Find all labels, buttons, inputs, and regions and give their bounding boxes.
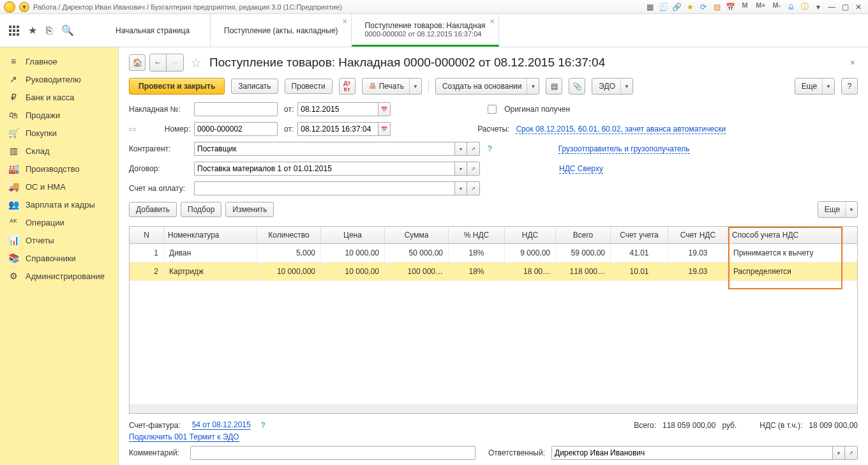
maximize-icon[interactable]: ▢: [839, 1, 851, 13]
sf-help-icon[interactable]: ?: [261, 421, 266, 430]
nav-forward-button[interactable]: →: [167, 54, 183, 71]
write-button[interactable]: Записать: [231, 79, 278, 94]
home-button[interactable]: 🏠: [129, 54, 146, 71]
col-n[interactable]: N: [130, 227, 164, 243]
dropdown-icon[interactable]: ▾: [454, 162, 467, 176]
search-icon[interactable]: 🔍: [61, 24, 74, 36]
table-more-button[interactable]: Еще▼: [818, 201, 858, 218]
sf-link[interactable]: 54 от 08.12.2015: [192, 420, 251, 430]
sidebar-item[interactable]: 👥Зарплата и кадры: [0, 195, 118, 213]
open-icon[interactable]: ↗: [845, 446, 858, 460]
responsible-input[interactable]: [551, 446, 832, 460]
report-icon[interactable]: ▤: [546, 78, 562, 95]
toolbar-icon[interactable]: 🔗: [671, 1, 682, 13]
table-body[interactable]: 1Диван5,00010 000,0050 000,0018%9 000,00…: [130, 244, 857, 404]
calculator-icon[interactable]: ▤: [711, 1, 722, 13]
datetime-input[interactable]: [297, 122, 378, 136]
sidebar-item[interactable]: 📊Отчеты: [0, 231, 118, 249]
counterparty-input[interactable]: [194, 142, 454, 156]
memory-mm[interactable]: M-: [770, 1, 784, 13]
sidebar-item[interactable]: 🏭Производство: [0, 160, 118, 178]
minimize-icon[interactable]: —: [826, 1, 837, 13]
tab-document[interactable]: Поступление товаров: Накладная 0000-0000…: [352, 14, 499, 47]
nakladnaya-input[interactable]: [194, 102, 278, 116]
payacc-input[interactable]: [194, 181, 454, 195]
dropdown-icon[interactable]: ▾: [454, 181, 467, 195]
horizontal-scrollbar[interactable]: [130, 404, 857, 413]
open-icon[interactable]: ↗: [467, 142, 480, 156]
date-input[interactable]: [297, 102, 378, 116]
select-button[interactable]: Подбор: [181, 202, 221, 217]
calendar-icon[interactable]: 📅: [378, 122, 391, 136]
sidebar-item[interactable]: ≡Главное: [0, 52, 118, 70]
tab-close-icon[interactable]: ✕: [342, 18, 347, 25]
more-button[interactable]: Еще▼: [795, 78, 835, 95]
dropdown-icon[interactable]: ▾: [454, 142, 467, 156]
form-close-icon[interactable]: ×: [848, 56, 858, 69]
contract-input[interactable]: [194, 162, 454, 176]
col-vatacc[interactable]: Счет НДС: [668, 227, 728, 243]
memory-m[interactable]: M: [738, 1, 752, 13]
tab-close-icon[interactable]: ✕: [490, 18, 495, 25]
calendar-icon[interactable]: 📅: [724, 1, 736, 13]
info-icon[interactable]: ⓘ: [799, 1, 811, 13]
sidebar-item[interactable]: 📚Справочники: [0, 249, 118, 267]
help-link-icon[interactable]: ?: [488, 144, 492, 153]
col-vat[interactable]: НДС: [505, 227, 556, 243]
sidebar-item[interactable]: ᴬᴷОперации: [0, 213, 118, 231]
toolbar-dropdown-icon[interactable]: ▾: [812, 1, 824, 13]
col-acc[interactable]: Счет учета: [611, 227, 668, 243]
edo-button[interactable]: ЭДО▼: [592, 78, 633, 95]
original-received-checkbox[interactable]: [488, 105, 497, 114]
calc-link[interactable]: Срок 08.12.2015, 60.01, 60.02, зачет ава…: [516, 125, 726, 134]
edo-connect-link[interactable]: Подключить 001 Термит к ЭДО: [129, 432, 239, 442]
number-input[interactable]: [194, 122, 278, 136]
app-menu-dropdown[interactable]: ▼: [19, 2, 29, 12]
table-row[interactable]: 1Диван5,00010 000,0050 000,0018%9 000,00…: [130, 244, 857, 263]
vat-mode-link[interactable]: НДС Сверху: [559, 164, 603, 174]
dropdown-icon[interactable]: ▾: [832, 446, 845, 460]
col-vatp[interactable]: % НДС: [449, 227, 505, 243]
col-nom[interactable]: Номенклатура: [164, 227, 257, 243]
sidebar-item[interactable]: ↗Руководителю: [0, 70, 118, 88]
open-icon[interactable]: ↗: [467, 181, 480, 195]
toolbar-icon[interactable]: ▦: [644, 1, 655, 13]
notifications-icon[interactable]: 🕭: [786, 1, 797, 13]
nav-back-button[interactable]: ←: [150, 54, 167, 71]
comment-input[interactable]: [190, 446, 475, 460]
sidebar-item[interactable]: 🛍Продажи: [0, 106, 118, 124]
open-icon[interactable]: ↗: [467, 162, 480, 176]
add-row-button[interactable]: Добавить: [129, 202, 177, 217]
memory-mp[interactable]: M+: [754, 1, 768, 13]
toolbar-icon[interactable]: 🧾: [657, 1, 669, 13]
post-and-close-button[interactable]: Провести и закрыть: [129, 78, 225, 95]
tab-home[interactable]: Начальная страница: [102, 14, 211, 47]
sidebar-item[interactable]: ▥Склад: [0, 142, 118, 160]
print-button[interactable]: 🖶Печать▼: [362, 78, 422, 95]
sections-icon[interactable]: [9, 26, 19, 36]
sidebar-item[interactable]: ⚙Администрирование: [0, 267, 118, 285]
shipper-link[interactable]: Грузоотправитель и грузополучатель: [558, 144, 690, 154]
favorites-star-icon[interactable]: ★: [28, 24, 37, 36]
close-icon[interactable]: ✕: [853, 1, 864, 13]
tab-receipts[interactable]: Поступление (акты, накладные)✕: [211, 14, 352, 47]
favorite-icon[interactable]: ★: [684, 1, 696, 13]
col-sum[interactable]: Сумма: [385, 227, 449, 243]
calendar-icon[interactable]: 📅: [378, 102, 391, 116]
col-total[interactable]: Всего: [556, 227, 611, 243]
table-row[interactable]: 2Картридж10 000,00010 000,00100 000…18%1…: [130, 263, 857, 281]
history-icon[interactable]: ⟳: [698, 1, 709, 13]
col-price[interactable]: Цена: [321, 227, 385, 243]
sidebar-item[interactable]: 🚚ОС и НМА: [0, 178, 118, 195]
change-button[interactable]: Изменить: [225, 202, 274, 217]
sidebar-item[interactable]: 🛒Покупки: [0, 124, 118, 142]
create-based-button[interactable]: Создать на основании▼: [435, 78, 539, 95]
dt-kt-icon[interactable]: ДтКт: [339, 78, 355, 95]
sidebar-item[interactable]: ₽Банк и касса: [0, 88, 118, 106]
col-qty[interactable]: Количество: [257, 227, 321, 243]
post-button[interactable]: Провести: [285, 79, 333, 94]
attach-icon[interactable]: 📎: [569, 78, 585, 95]
pin-icon[interactable]: ⎘: [46, 25, 52, 36]
col-method[interactable]: Способ учета НДС: [728, 227, 843, 243]
help-button[interactable]: ?: [841, 78, 858, 95]
